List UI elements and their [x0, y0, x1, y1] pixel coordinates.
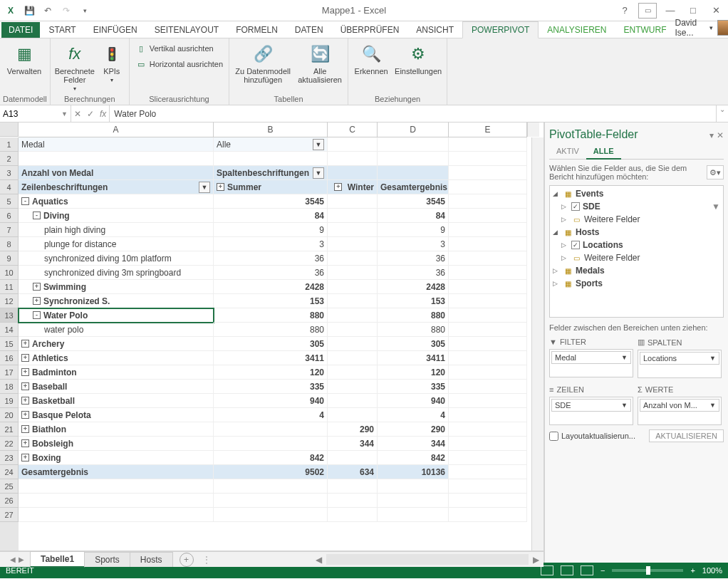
- cell[interactable]: [449, 451, 527, 465]
- outline-toggle-icon[interactable]: +: [21, 397, 29, 405]
- name-box-input[interactable]: [3, 109, 53, 119]
- cell[interactable]: 335: [378, 380, 449, 394]
- sheet-nav-prev-icon[interactable]: ◀: [10, 555, 16, 563]
- sheet-tab-sports[interactable]: Sports: [84, 552, 130, 567]
- cell[interactable]: [449, 508, 527, 522]
- cell[interactable]: [328, 351, 378, 365]
- align-vertical-button[interactable]: ▯Vertikal ausrichten: [132, 41, 217, 56]
- sheet-tab-tabelle1[interactable]: Tabelle1: [30, 551, 85, 568]
- cell[interactable]: [328, 380, 378, 394]
- tab-view[interactable]: ANSICHT: [407, 22, 462, 38]
- cell[interactable]: [328, 251, 378, 266]
- cell[interactable]: 3: [214, 237, 328, 251]
- enter-icon[interactable]: ✓: [87, 109, 94, 119]
- cell[interactable]: 9: [214, 223, 328, 237]
- tree-hosts[interactable]: Hosts: [576, 227, 599, 237]
- cell[interactable]: +Bobsleigh: [19, 437, 214, 451]
- field-pane-close-icon[interactable]: ✕: [717, 130, 724, 140]
- row-header[interactable]: 16: [0, 351, 19, 365]
- redo-icon[interactable]: ↷: [58, 3, 74, 19]
- tab-pagelayout[interactable]: SEITENLAYOUT: [146, 22, 227, 38]
- cell[interactable]: 3411: [378, 351, 449, 365]
- cell[interactable]: [328, 323, 378, 337]
- cell[interactable]: [449, 251, 527, 266]
- fp-tab-alle[interactable]: ALLE: [586, 144, 621, 160]
- cell[interactable]: [449, 194, 527, 209]
- cell[interactable]: [328, 280, 378, 294]
- cell[interactable]: [378, 137, 449, 152]
- val-item-count[interactable]: Anzahl von M...▼: [640, 399, 719, 412]
- select-all-corner[interactable]: [0, 122, 19, 137]
- cell[interactable]: [449, 137, 527, 152]
- checkbox-checked-icon[interactable]: ✓: [571, 241, 580, 249]
- cell[interactable]: 84: [214, 209, 328, 223]
- minimize-icon[interactable]: —: [661, 3, 680, 19]
- cell[interactable]: synchronized diving 10m platform: [19, 251, 214, 266]
- cell[interactable]: 153: [378, 294, 449, 308]
- cell[interactable]: +Boxing: [19, 451, 214, 465]
- cell[interactable]: [19, 494, 214, 508]
- cancel-icon[interactable]: ✕: [74, 109, 81, 119]
- cell[interactable]: [449, 494, 527, 508]
- tri-right-icon[interactable]: ▷: [553, 280, 560, 287]
- row-header[interactable]: 15: [0, 337, 19, 351]
- cell[interactable]: 120: [378, 365, 449, 380]
- update-button[interactable]: AKTUALISIEREN: [649, 429, 724, 442]
- cell[interactable]: 36: [378, 266, 449, 280]
- row-header[interactable]: 27: [0, 508, 19, 522]
- outline-toggle-icon[interactable]: +: [21, 454, 29, 461]
- cell[interactable]: 305: [378, 337, 449, 351]
- cell[interactable]: [328, 451, 378, 465]
- cell[interactable]: [449, 294, 527, 308]
- cell[interactable]: [328, 223, 378, 237]
- cell[interactable]: -Aquatics: [19, 194, 214, 209]
- tab-formulas[interactable]: FORMELN: [227, 22, 286, 38]
- cell[interactable]: [449, 166, 527, 180]
- cell[interactable]: [449, 266, 527, 280]
- settings-button[interactable]: ⚙ Einstellungen: [392, 41, 444, 77]
- cell[interactable]: [328, 508, 378, 522]
- filter-dropdown-icon[interactable]: ▼: [313, 139, 324, 150]
- cell[interactable]: [19, 479, 214, 494]
- row-header[interactable]: 22: [0, 437, 19, 451]
- cell[interactable]: 940: [214, 394, 328, 408]
- user-name[interactable]: David Ise...: [675, 18, 704, 38]
- tab-file[interactable]: DATEI: [1, 22, 40, 38]
- cell[interactable]: [449, 465, 527, 479]
- cell[interactable]: 9502: [214, 465, 328, 479]
- row-header[interactable]: 1: [0, 137, 19, 152]
- maximize-icon[interactable]: □: [684, 3, 702, 19]
- cell[interactable]: Alle▼: [214, 137, 328, 152]
- cell[interactable]: 335: [214, 380, 328, 394]
- cell[interactable]: plain high diving: [19, 223, 214, 237]
- filter-icon[interactable]: ▼: [712, 202, 720, 212]
- ribbon-display-icon[interactable]: ▭: [638, 3, 657, 19]
- outline-toggle-icon[interactable]: +: [21, 340, 29, 348]
- row-header[interactable]: 7: [0, 223, 19, 237]
- checkbox-checked-icon[interactable]: ✓: [571, 202, 580, 211]
- cell[interactable]: 3545: [214, 194, 328, 209]
- cell[interactable]: + Winter: [328, 180, 378, 194]
- cell[interactable]: [449, 152, 527, 166]
- tree-locations[interactable]: Locations: [583, 240, 623, 250]
- cell[interactable]: [449, 323, 527, 337]
- cell[interactable]: 842: [378, 451, 449, 465]
- cell[interactable]: Anzahl von Medal: [19, 166, 214, 180]
- cell[interactable]: 36: [214, 266, 328, 280]
- help-icon[interactable]: ?: [615, 3, 634, 19]
- tri-down-icon[interactable]: ◢: [553, 190, 560, 197]
- row-header[interactable]: 23: [0, 451, 19, 465]
- cell[interactable]: [328, 237, 378, 251]
- cell[interactable]: [378, 479, 449, 494]
- tree-events[interactable]: Events: [576, 189, 603, 199]
- cell[interactable]: 344: [378, 437, 449, 451]
- row-header[interactable]: 12: [0, 294, 19, 308]
- cell[interactable]: [449, 337, 527, 351]
- tree-sports[interactable]: Sports: [576, 278, 603, 288]
- outline-toggle-icon[interactable]: +: [33, 283, 41, 291]
- tree-sde[interactable]: SDE: [583, 202, 600, 212]
- col-dropdown-icon[interactable]: ▼: [313, 167, 324, 179]
- col-header-e[interactable]: E: [449, 122, 527, 137]
- fp-tools-button[interactable]: ⚙▾: [707, 165, 724, 179]
- row-header[interactable]: 9: [0, 251, 19, 266]
